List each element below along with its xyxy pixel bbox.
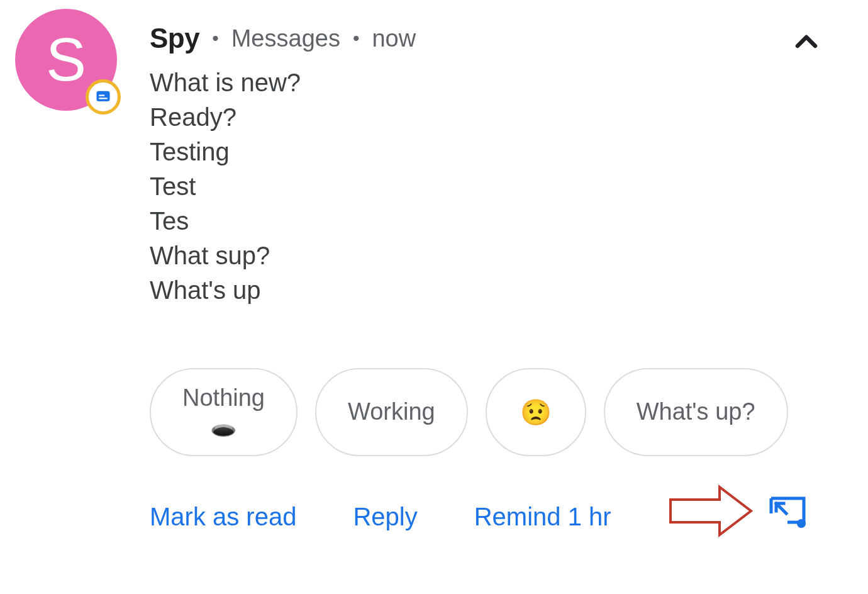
chip-label: What's up? — [637, 399, 755, 425]
smart-reply-chip[interactable]: Nothing 🕳️ — [150, 368, 298, 456]
svg-rect-0 — [97, 91, 110, 101]
chevron-up-icon — [789, 50, 824, 61]
open-bubble-button[interactable] — [769, 496, 806, 531]
separator-dot: • — [353, 29, 360, 48]
chip-label: Nothing — [182, 385, 265, 412]
worried-face-emoji-icon: 😟 — [520, 398, 552, 426]
remind-button[interactable]: Remind 1 hr — [474, 503, 611, 531]
hole-emoji-icon: 🕳️ — [210, 415, 236, 439]
action-row: Mark as read Reply Remind 1 hr — [150, 503, 611, 531]
message-line: Test — [150, 169, 853, 204]
message-line: Tes — [150, 204, 853, 238]
app-badge — [86, 79, 121, 115]
mark-as-read-button[interactable]: Mark as read — [150, 503, 296, 531]
smart-reply-chip[interactable]: 😟 — [486, 368, 586, 456]
annotation-arrow-icon — [667, 482, 755, 542]
message-line: Ready? — [150, 100, 853, 135]
svg-rect-2 — [99, 98, 108, 99]
message-line: Testing — [150, 135, 853, 169]
message-line: What's up — [150, 273, 853, 308]
svg-rect-1 — [99, 95, 104, 96]
separator-dot: • — [212, 29, 219, 48]
collapse-button[interactable] — [789, 24, 824, 62]
app-name: Messages — [231, 25, 340, 52]
messages-icon — [94, 88, 112, 106]
chip-label: Working — [348, 399, 435, 425]
open-in-bubble-icon — [769, 520, 806, 530]
message-list: What is new? Ready? Testing Test Tes Wha… — [150, 65, 853, 308]
smart-reply-chip[interactable]: What's up? — [604, 368, 788, 456]
avatar-container: S — [15, 9, 117, 111]
smart-reply-chip[interactable]: Working — [315, 368, 468, 456]
avatar-initial: S — [46, 30, 86, 90]
notification-card[interactable]: S Spy • Messages • now What is new? — [0, 0, 868, 594]
reply-button[interactable]: Reply — [353, 503, 417, 531]
smart-reply-row: Nothing 🕳️ Working 😟 What's up? — [150, 368, 853, 456]
notification-header: Spy • Messages • now — [150, 9, 853, 54]
message-line: What sup? — [150, 238, 853, 273]
timestamp: now — [372, 25, 416, 52]
sender-name: Spy — [150, 23, 199, 54]
svg-point-3 — [797, 519, 806, 528]
message-line: What is new? — [150, 65, 853, 100]
